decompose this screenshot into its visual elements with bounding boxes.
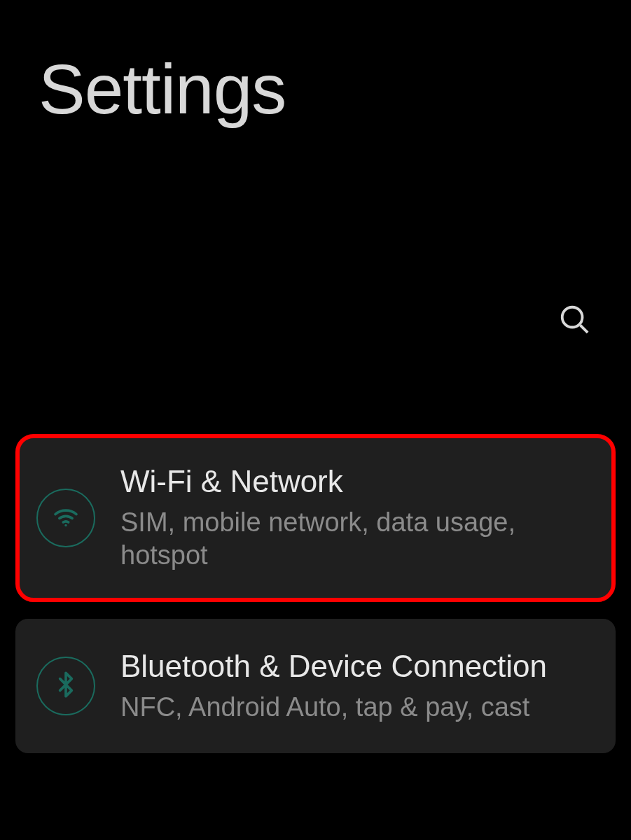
search-icon <box>558 327 590 337</box>
svg-point-0 <box>562 307 583 328</box>
item-subtitle: NFC, Android Auto, tap & pay, cast <box>120 691 547 724</box>
item-subtitle: SIM, mobile network, data usage, hotspot <box>120 506 595 573</box>
toolbar <box>0 130 631 343</box>
svg-line-1 <box>581 326 588 333</box>
svg-point-2 <box>64 524 67 526</box>
wifi-icon <box>52 503 80 533</box>
item-text: Wi-Fi & Network SIM, mobile network, dat… <box>120 463 595 573</box>
bluetooth-icon <box>52 671 80 701</box>
icon-container <box>36 489 95 547</box>
item-text: Bluetooth & Device Connection NFC, Andro… <box>120 648 547 724</box>
search-button[interactable] <box>553 298 596 343</box>
page-title: Settings <box>0 0 631 130</box>
settings-item-wifi-network[interactable]: Wi-Fi & Network SIM, mobile network, dat… <box>15 434 616 602</box>
settings-item-bluetooth-device[interactable]: Bluetooth & Device Connection NFC, Andro… <box>15 619 616 753</box>
item-title: Wi-Fi & Network <box>120 463 595 500</box>
icon-container <box>36 657 95 715</box>
item-title: Bluetooth & Device Connection <box>120 648 547 685</box>
settings-list: Wi-Fi & Network SIM, mobile network, dat… <box>0 343 631 753</box>
